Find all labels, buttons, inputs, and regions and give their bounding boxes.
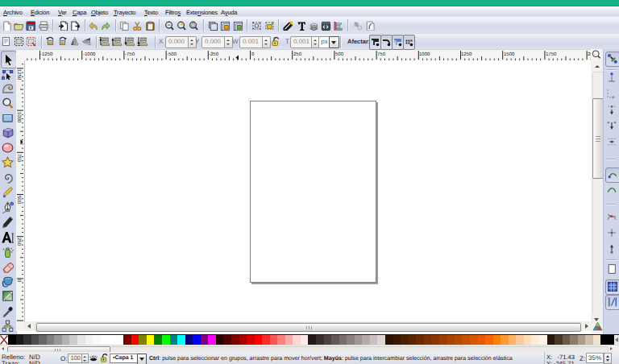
svg-text:1750: 1750 — [546, 52, 557, 57]
svg-text:250: 250 — [293, 52, 302, 57]
svg-text:500: 500 — [16, 196, 22, 205]
svg-text:1500: 1500 — [504, 52, 515, 57]
svg-text:-750: -750 — [125, 52, 135, 57]
svg-text:1250: 1250 — [16, 69, 22, 81]
svg-text:-250: -250 — [209, 52, 219, 57]
svg-text:1000: 1000 — [16, 112, 22, 123]
svg-text:-1000: -1000 — [83, 52, 96, 57]
svg-text:750: 750 — [16, 154, 22, 163]
svg-text:0: 0 — [16, 279, 22, 283]
svg-text:1250: 1250 — [461, 52, 472, 57]
svg-text:750: 750 — [377, 52, 386, 57]
svg-text:1000: 1000 — [419, 52, 430, 57]
svg-text:-1250: -1250 — [40, 52, 53, 57]
svg-text:-500: -500 — [167, 52, 177, 57]
svg-text:0: 0 — [251, 52, 255, 57]
svg-text:250: 250 — [16, 238, 22, 246]
svg-text:500: 500 — [335, 52, 344, 57]
